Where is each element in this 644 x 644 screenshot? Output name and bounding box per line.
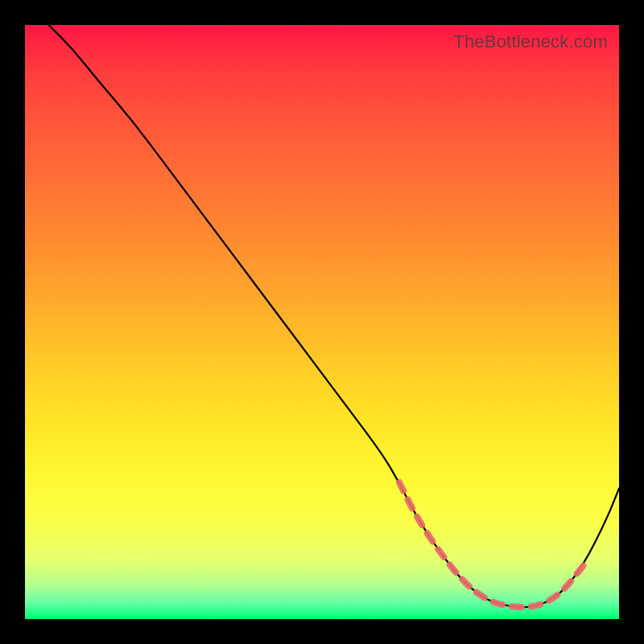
plot-area: TheBottleneck.com: [25, 25, 619, 619]
curve-svg: [25, 25, 619, 619]
bottleneck-curve: [49, 25, 619, 607]
chart-frame: TheBottleneck.com: [0, 0, 644, 644]
optimal-band-dashes: [399, 482, 584, 607]
